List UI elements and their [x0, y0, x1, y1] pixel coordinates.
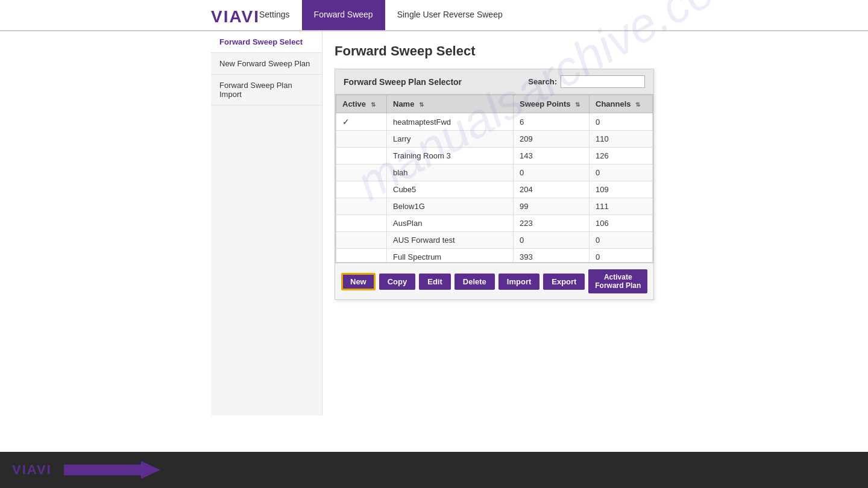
table-row[interactable]: blah00 [336, 164, 653, 181]
arrow-icon [64, 461, 160, 479]
nav-tabs: Settings Forward Sweep Single User Rever… [247, 0, 515, 30]
table-row[interactable]: Cube5204109 [336, 181, 653, 198]
search-input[interactable] [561, 75, 645, 88]
new-button[interactable]: New [341, 273, 376, 290]
table-row[interactable]: Training Room 3143126 [336, 148, 653, 164]
cell-channels: 0 [590, 164, 653, 181]
cell-channels: 111 [590, 198, 653, 215]
cell-active [336, 249, 387, 263]
delete-button[interactable]: Delete [454, 274, 495, 290]
sort-arrows-sweep: ⇅ [575, 101, 580, 108]
cell-active: ✓ [336, 113, 387, 131]
cell-sweep-points: 6 [514, 113, 590, 131]
table-scroll: Active ⇅ Name ⇅ Sweep Points ⇅ [335, 94, 653, 263]
cell-active [336, 181, 387, 198]
selector-title: Forward Sweep Plan Selector [344, 77, 462, 87]
sort-arrows-name: ⇅ [419, 101, 424, 108]
selector-box: Forward Sweep Plan Selector Search: Acti… [335, 69, 654, 300]
table-row[interactable]: AUS Forward test00 [336, 232, 653, 249]
sidebar: Forward Sweep Select New Forward Sweep P… [211, 31, 322, 416]
cell-name: Cube5 [387, 181, 514, 198]
table-row[interactable]: Larry209110 [336, 131, 653, 148]
activate-forward-plan-button[interactable]: Activate Forward Plan [588, 269, 647, 293]
cell-sweep-points: 209 [514, 131, 590, 148]
table-row[interactable]: AusPlan223106 [336, 215, 653, 232]
cell-name: Full Spectrum [387, 249, 514, 263]
cell-sweep-points: 0 [514, 232, 590, 249]
cell-sweep-points: 143 [514, 148, 590, 164]
table-row[interactable]: Below1G99111 [336, 198, 653, 215]
main-container: VIAVI Settings Forward Sweep Single User… [0, 0, 868, 452]
cell-sweep-points: 0 [514, 164, 590, 181]
cell-sweep-points: 223 [514, 215, 590, 232]
edit-button[interactable]: Edit [419, 274, 451, 290]
cell-sweep-points: 204 [514, 181, 590, 198]
logo-area: VIAVI [211, 7, 260, 27]
sort-arrows-active: ⇅ [371, 101, 376, 108]
logo: VIAVI [211, 7, 260, 26]
buttons-row: New Copy Edit Delete Import Export Activ… [335, 263, 653, 299]
tab-single-user-reverse-sweep[interactable]: Single User Reverse Sweep [385, 0, 515, 30]
cell-channels: 109 [590, 181, 653, 198]
cell-channels: 0 [590, 249, 653, 263]
col-header-name[interactable]: Name ⇅ [387, 95, 514, 113]
cell-channels: 110 [590, 131, 653, 148]
tab-forward-sweep[interactable]: Forward Sweep [302, 0, 385, 30]
export-button[interactable]: Export [543, 274, 585, 290]
col-header-active[interactable]: Active ⇅ [336, 95, 387, 113]
sort-arrows-channels: ⇅ [635, 101, 640, 108]
footer-bar: VIAVI [0, 452, 868, 488]
cell-channels: 126 [590, 148, 653, 164]
top-nav: VIAVI Settings Forward Sweep Single User… [0, 0, 868, 31]
cell-name: Training Room 3 [387, 148, 514, 164]
main-content: Forward Sweep Select Forward Sweep Plan … [322, 31, 868, 416]
content-area: Forward Sweep Select New Forward Sweep P… [211, 31, 868, 416]
cell-channels: 0 [590, 113, 653, 131]
cell-name: Larry [387, 131, 514, 148]
copy-button[interactable]: Copy [379, 274, 416, 290]
cell-active [336, 198, 387, 215]
cell-name: blah [387, 164, 514, 181]
page-title: Forward Sweep Select [335, 43, 856, 59]
cell-active [336, 215, 387, 232]
col-header-channels[interactable]: Channels ⇅ [590, 95, 653, 113]
table-body: ✓heatmaptestFwd60Larry209110Training Roo… [336, 113, 653, 263]
cell-name: AusPlan [387, 215, 514, 232]
footer-logo: VIAVI [12, 462, 52, 478]
cell-active [336, 148, 387, 164]
cell-name: heatmaptestFwd [387, 113, 514, 131]
cell-sweep-points: 393 [514, 249, 590, 263]
cell-active [336, 164, 387, 181]
table-row[interactable]: ✓heatmaptestFwd60 [336, 113, 653, 131]
table-row[interactable]: Full Spectrum3930 [336, 249, 653, 263]
cell-name: Below1G [387, 198, 514, 215]
search-area: Search: [528, 75, 645, 88]
cell-active [336, 131, 387, 148]
sidebar-item-forward-sweep-plan-import[interactable]: Forward Sweep Plan Import [211, 75, 322, 105]
cell-active [336, 232, 387, 249]
cell-channels: 0 [590, 232, 653, 249]
col-header-sweep-points[interactable]: Sweep Points ⇅ [514, 95, 590, 113]
search-label: Search: [528, 77, 557, 86]
selector-header: Forward Sweep Plan Selector Search: [335, 69, 653, 94]
cell-name: AUS Forward test [387, 232, 514, 249]
data-table: Active ⇅ Name ⇅ Sweep Points ⇅ [336, 95, 653, 263]
sidebar-item-new-forward-sweep-plan[interactable]: New Forward Sweep Plan [211, 53, 322, 75]
cell-sweep-points: 99 [514, 198, 590, 215]
table-header-row: Active ⇅ Name ⇅ Sweep Points ⇅ [336, 95, 653, 113]
import-button[interactable]: Import [498, 274, 539, 290]
cell-channels: 106 [590, 215, 653, 232]
sidebar-item-forward-sweep-select[interactable]: Forward Sweep Select [211, 31, 322, 53]
footer-arrow [64, 461, 160, 479]
